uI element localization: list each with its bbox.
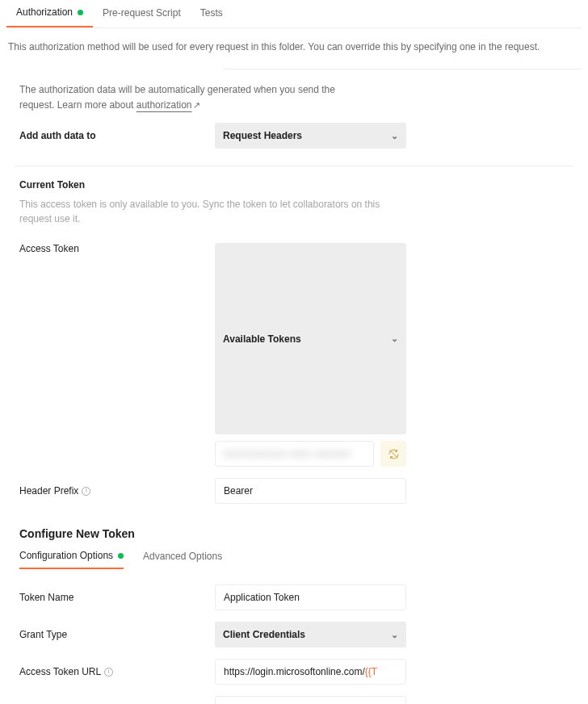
- add-auth-label: Add auth data to: [19, 130, 215, 141]
- status-dot-icon: [118, 553, 124, 559]
- tab-label: Configuration Options: [19, 550, 113, 561]
- divider: [223, 69, 582, 69]
- header-prefix-label: Header Prefix i: [19, 485, 215, 497]
- select-value: Request Headers: [223, 130, 302, 141]
- select-value: Available Tokens: [223, 333, 301, 345]
- access-token-url-input[interactable]: https://login.microsoftonline.com/{{T: [215, 659, 406, 685]
- chevron-down-icon: ⌄: [391, 333, 398, 344]
- tab-advanced-options[interactable]: Advanced Options: [143, 547, 222, 569]
- grant-type-select[interactable]: Client Credentials ⌄: [215, 622, 406, 647]
- access-token-label: Access Token: [19, 243, 215, 254]
- auth-note: The authorization data will be automatic…: [6, 69, 362, 117]
- current-token-heading: Current Token: [6, 166, 582, 194]
- chevron-down-icon: ⌄: [391, 131, 398, 141]
- input-value: https://login.microsoftonline.com/{{T: [224, 666, 397, 677]
- input-value: Application Token: [224, 592, 397, 603]
- tab-label: Authorization: [16, 6, 73, 18]
- chevron-down-icon: ⌄: [391, 630, 398, 640]
- header-prefix-input[interactable]: Bearer: [215, 478, 406, 504]
- tab-tests[interactable]: Tests: [191, 0, 233, 27]
- status-dot-icon: [78, 10, 83, 15]
- current-token-desc: This access token is only available to y…: [6, 194, 426, 237]
- client-id-row: Client ID i {{ClientID}} ⚠: [6, 690, 582, 704]
- info-icon[interactable]: i: [104, 668, 113, 677]
- tab-configuration-options[interactable]: Configuration Options: [19, 547, 124, 569]
- sync-token-button[interactable]: [380, 441, 406, 467]
- token-value: xxxxxxxxxxxx xxxx xxxxxxx: [224, 448, 365, 459]
- config-tabs: Configuration Options Advanced Options: [6, 547, 582, 579]
- select-value: Client Credentials: [223, 629, 305, 640]
- authorization-link[interactable]: authorization: [136, 99, 192, 111]
- tab-prerequest[interactable]: Pre-request Script: [93, 0, 191, 27]
- access-token-url-row: Access Token URL i https://login.microso…: [6, 653, 582, 690]
- token-name-row: Token Name Application Token: [6, 579, 582, 616]
- configure-token-heading: Configure New Token: [6, 509, 582, 547]
- token-value-input[interactable]: xxxxxxxxxxxx xxxx xxxxxxx: [215, 441, 374, 467]
- token-name-label: Token Name: [19, 592, 215, 603]
- add-auth-select[interactable]: Request Headers ⌄: [215, 123, 406, 149]
- grant-type-row: Grant Type Client Credentials ⌄: [6, 616, 582, 653]
- top-tabs: Authorization Pre-request Script Tests: [6, 0, 582, 28]
- info-icon[interactable]: i: [82, 487, 90, 496]
- sync-icon: [388, 448, 400, 460]
- tab-authorization[interactable]: Authorization: [6, 0, 93, 27]
- auth-description: This authorization method will be used f…: [6, 28, 582, 69]
- external-link-icon: ↗: [193, 100, 200, 110]
- access-token-row: Access Token Available Tokens ⌄ xxxxxxxx…: [6, 237, 582, 472]
- client-id-input[interactable]: {{ClientID}} ⚠: [215, 696, 406, 704]
- token-name-input[interactable]: Application Token: [215, 585, 406, 610]
- grant-type-label: Grant Type: [19, 629, 215, 640]
- input-value: Bearer: [224, 485, 397, 497]
- available-tokens-select[interactable]: Available Tokens ⌄: [215, 243, 406, 434]
- access-token-url-label: Access Token URL i: [19, 666, 215, 677]
- header-prefix-row: Header Prefix i Bearer: [6, 472, 582, 509]
- add-auth-row: Add auth data to Request Headers ⌄: [6, 117, 582, 154]
